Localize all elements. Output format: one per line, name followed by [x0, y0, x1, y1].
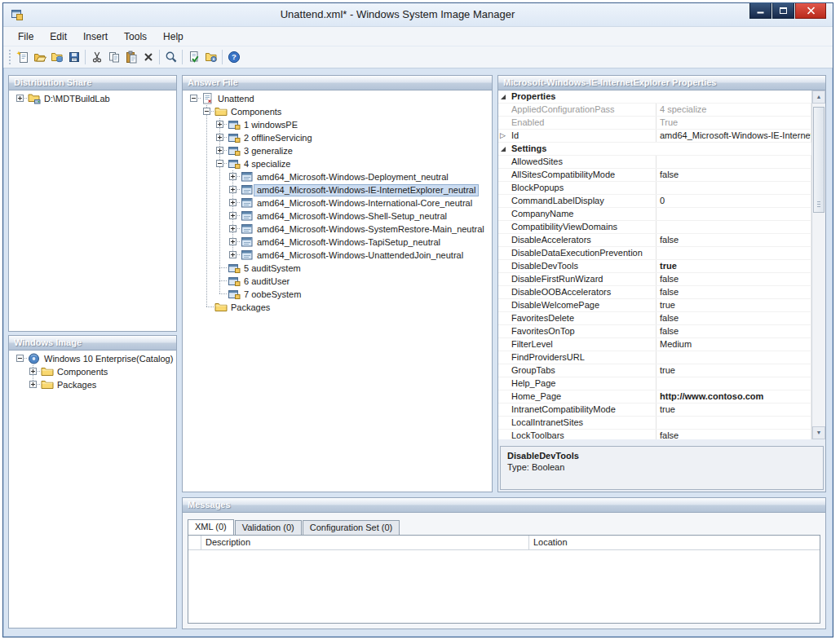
- tree-item-amd64-microsoft-windows-ie-internetexplorer-neut[interactable]: amd64_Microsoft-Windows-IE-InternetExplo…: [188, 183, 492, 196]
- tree-label[interactable]: Windows 10 Enterprise(Catalog): [41, 353, 176, 365]
- property-value[interactable]: http://www.contoso.com: [657, 390, 811, 403]
- collapse-minus-icon[interactable]: [216, 160, 223, 167]
- property-disableoobaccelerators[interactable]: DisableOOBAcceleratorsfalse: [498, 286, 811, 299]
- property-value[interactable]: 4 specialize: [657, 104, 811, 116]
- property-compatibilityviewdomains[interactable]: CompatibilityViewDomains: [498, 221, 811, 234]
- create-configuration-set-button[interactable]: [202, 48, 219, 67]
- tree-label[interactable]: amd64_Microsoft-Windows-Shell-Setup_neut…: [254, 210, 450, 223]
- property-localintranetsites[interactable]: LocalIntranetSites: [498, 417, 811, 430]
- tree-label[interactable]: Packages: [54, 379, 99, 391]
- category-settings[interactable]: Settings: [498, 143, 811, 156]
- property-value[interactable]: false: [657, 312, 811, 324]
- tab-configuration-set-0[interactable]: Configuration Set (0): [303, 520, 400, 535]
- property-value[interactable]: false: [657, 169, 811, 181]
- tree-item-unattend[interactable]: Unattend: [188, 92, 492, 105]
- collapse-minus-icon[interactable]: [190, 95, 197, 102]
- new-answer-file-button[interactable]: [14, 48, 31, 67]
- expand-plus-icon[interactable]: [216, 147, 223, 154]
- tree-item-amd64-microsoft-windows-shell-setup-neutral[interactable]: amd64_Microsoft-Windows-Shell-Setup_neut…: [188, 210, 492, 223]
- tree-item-1-windowspe[interactable]: 1 windowsPE: [188, 118, 492, 131]
- property-value[interactable]: [657, 208, 811, 220]
- property-locktoolbars[interactable]: LockToolbarsfalse: [498, 430, 811, 439]
- property-favoritesontop[interactable]: FavoritesOnTopfalse: [498, 325, 811, 338]
- tree-item-components[interactable]: Components: [14, 365, 176, 378]
- property-intranetcompatibilitymode[interactable]: IntranetCompatibilityModetrue: [498, 404, 811, 417]
- expanded-marker-icon[interactable]: [498, 90, 510, 103]
- tree-item-amd64-microsoft-windows-deployment-neutral[interactable]: amd64_Microsoft-Windows-Deployment_neutr…: [188, 170, 492, 183]
- tree-item-components[interactable]: Components: [188, 105, 492, 118]
- open-answer-file-button[interactable]: [31, 48, 48, 67]
- collapsed-marker-icon[interactable]: [498, 130, 510, 142]
- save-answer-file-button[interactable]: [65, 48, 82, 67]
- property-value[interactable]: [657, 377, 811, 390]
- property-value[interactable]: Medium: [657, 338, 811, 351]
- scroll-thumb[interactable]: [813, 107, 825, 213]
- property-allowedsites[interactable]: AllowedSites: [498, 156, 811, 169]
- property-grouptabs[interactable]: GroupTabstrue: [498, 364, 811, 377]
- tree-label[interactable]: Packages: [228, 302, 273, 314]
- expand-plus-icon[interactable]: [216, 121, 223, 128]
- menu-tools[interactable]: Tools: [116, 28, 155, 46]
- tab-xml-0[interactable]: XML (0): [188, 519, 234, 535]
- property-allsitescompatibilitymode[interactable]: AllSitesCompatibilityModefalse: [498, 169, 811, 182]
- tree-label[interactable]: 6 auditUser: [241, 276, 293, 288]
- property-commandlabeldisplay[interactable]: CommandLabelDisplay0: [498, 195, 811, 208]
- property-disablewelcomepage[interactable]: DisableWelcomePagetrue: [498, 299, 811, 312]
- expand-plus-icon[interactable]: [29, 381, 37, 388]
- tree-item-6-audituser[interactable]: 6 auditUser: [188, 275, 492, 288]
- property-value[interactable]: false: [657, 430, 811, 439]
- tree-label[interactable]: Components: [228, 106, 285, 118]
- property-value[interactable]: [657, 156, 811, 168]
- tree-label[interactable]: 2 offlineServicing: [241, 132, 316, 144]
- scroll-up-icon[interactable]: [812, 90, 825, 104]
- close-button[interactable]: [795, 3, 826, 19]
- property-id[interactable]: Idamd64_Microsoft-Windows-IE-InternetEx: [498, 130, 811, 143]
- expand-plus-icon[interactable]: [29, 368, 37, 375]
- property-value[interactable]: amd64_Microsoft-Windows-IE-InternetEx: [657, 130, 811, 142]
- expand-plus-icon[interactable]: [229, 238, 237, 245]
- tab-validation-0[interactable]: Validation (0): [235, 520, 302, 535]
- property-value[interactable]: [657, 182, 811, 194]
- property-value[interactable]: false: [657, 286, 811, 298]
- expand-plus-icon[interactable]: [229, 173, 237, 180]
- menu-edit[interactable]: Edit: [42, 28, 75, 46]
- help-button[interactable]: ?: [225, 48, 242, 67]
- tree-label[interactable]: amd64_Microsoft-Windows-IE-InternetExplo…: [254, 184, 479, 196]
- tree-item-d-mdtbuildlab[interactable]: D:\MDTBuildLab: [14, 92, 176, 105]
- property-value[interactable]: [657, 221, 811, 233]
- vertical-scrollbar[interactable]: [811, 90, 825, 439]
- expand-plus-icon[interactable]: [229, 186, 237, 193]
- tree-item-packages[interactable]: Packages: [188, 301, 492, 314]
- property-home-page[interactable]: Home_Pagehttp://www.contoso.com: [498, 390, 811, 404]
- property-value[interactable]: true: [657, 260, 811, 272]
- property-value[interactable]: [657, 247, 811, 259]
- property-disableaccelerators[interactable]: DisableAcceleratorsfalse: [498, 234, 811, 247]
- collapse-minus-icon[interactable]: [203, 108, 210, 115]
- property-value[interactable]: True: [657, 117, 811, 129]
- expand-plus-icon[interactable]: [229, 212, 237, 219]
- expand-plus-icon[interactable]: [229, 225, 237, 232]
- tree-item-4-specialize[interactable]: 4 specialize: [188, 157, 492, 170]
- tree-item-windows-10-enterprise-catalog[interactable]: Windows 10 Enterprise(Catalog): [14, 352, 176, 365]
- property-value[interactable]: false: [657, 273, 811, 285]
- menu-help[interactable]: Help: [155, 28, 192, 46]
- property-value[interactable]: true: [657, 364, 811, 377]
- expand-plus-icon[interactable]: [229, 251, 237, 258]
- paste-button[interactable]: [122, 48, 139, 67]
- expand-plus-icon[interactable]: [216, 134, 223, 141]
- tree-label[interactable]: D:\MDTBuildLab: [41, 93, 113, 105]
- tree-item-3-generalize[interactable]: 3 generalize: [188, 144, 492, 157]
- property-disabledevtools[interactable]: DisableDevToolstrue: [498, 260, 811, 273]
- menu-insert[interactable]: Insert: [75, 28, 116, 46]
- property-companyname[interactable]: CompanyName: [498, 208, 811, 221]
- tree-label[interactable]: 3 generalize: [241, 145, 296, 157]
- titlebar[interactable]: Unattend.xml* - Windows System Image Man…: [3, 3, 833, 26]
- menu-file[interactable]: File: [10, 28, 42, 46]
- property-blockpopups[interactable]: BlockPopups: [498, 182, 811, 195]
- tree-item-amd64-microsoft-windows-tapisetup-neutral[interactable]: amd64_Microsoft-Windows-TapiSetup_neutra…: [188, 236, 492, 249]
- validate-answer-file-button[interactable]: [185, 48, 202, 67]
- delete-button[interactable]: [139, 48, 157, 67]
- expand-plus-icon[interactable]: [229, 199, 237, 206]
- property-favoritesdelete[interactable]: FavoritesDeletefalse: [498, 312, 811, 325]
- property-value[interactable]: false: [657, 325, 811, 337]
